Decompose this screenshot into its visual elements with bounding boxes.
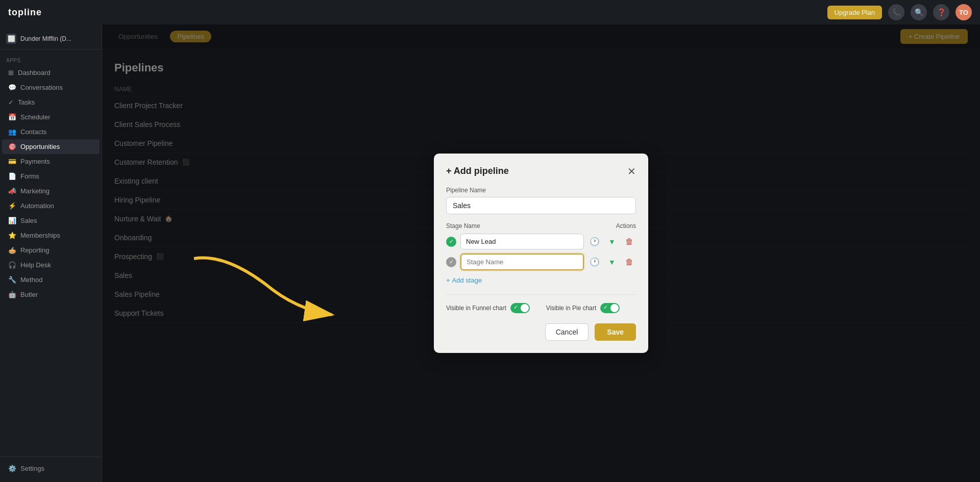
sidebar-item-forms[interactable]: 📄 Forms bbox=[2, 169, 100, 184]
sidebar-label-opportunities: Opportunities bbox=[20, 143, 60, 150]
help-desk-icon: 🎧 bbox=[8, 261, 16, 269]
actions-col-label: Actions bbox=[616, 222, 636, 230]
sidebar-label-automation: Automation bbox=[20, 202, 54, 210]
sidebar-label-payments: Payments bbox=[20, 158, 50, 165]
sidebar-item-method[interactable]: 🔧 Method bbox=[2, 272, 100, 287]
modal-overlay[interactable]: + Add pipeline ✕ Pipeline Name Stage Nam… bbox=[102, 24, 980, 482]
add-stage-label: Add stage bbox=[452, 276, 482, 284]
phone-icon[interactable]: 📞 bbox=[888, 4, 904, 20]
stage-name-col-label: Stage Name bbox=[446, 222, 480, 230]
arrow-annotation bbox=[184, 243, 378, 345]
sidebar-label-method: Method bbox=[20, 276, 42, 284]
help-icon[interactable]: ❓ bbox=[933, 4, 949, 20]
apps-section-label: Apps bbox=[0, 54, 102, 65]
stage-clock-button-1[interactable]: 🕐 bbox=[588, 235, 601, 248]
delete-icon-2: 🗑 bbox=[625, 258, 633, 267]
stage-filter-button-1[interactable]: ▼ bbox=[605, 235, 619, 248]
funnel-chart-toggle[interactable]: ✓ bbox=[510, 303, 530, 313]
modal-footer: Cancel Save bbox=[446, 323, 636, 341]
app-logo: topline bbox=[8, 7, 42, 18]
modal-title: + Add pipeline bbox=[446, 166, 509, 176]
method-icon: 🔧 bbox=[8, 276, 16, 284]
automation-icon: ⚡ bbox=[8, 202, 16, 210]
top-navigation: topline Upgrade Plan 📞 🔍 ❓ TO bbox=[0, 0, 980, 24]
search-icon[interactable]: 🔍 bbox=[911, 4, 927, 20]
sidebar-label-sales: Sales bbox=[20, 217, 37, 224]
forms-icon: 📄 bbox=[8, 172, 16, 180]
sidebar-item-sales[interactable]: 📊 Sales bbox=[2, 213, 100, 228]
workspace-selector[interactable]: ⬜ Dunder Mifflin (D... bbox=[0, 31, 102, 49]
sidebar-item-butler[interactable]: 🤖 Butler bbox=[2, 287, 100, 302]
avatar[interactable]: TO bbox=[955, 4, 972, 20]
stage-check-icon-2: ✓ bbox=[446, 257, 456, 267]
add-stage-button[interactable]: + Add stage bbox=[446, 274, 482, 286]
scheduler-icon: 📅 bbox=[8, 113, 16, 121]
modal-close-button[interactable]: ✕ bbox=[627, 166, 636, 176]
cancel-button[interactable]: Cancel bbox=[545, 323, 589, 341]
stage-name-input-1[interactable] bbox=[460, 234, 584, 249]
sidebar-label-help-desk: Help Desk bbox=[20, 261, 51, 269]
sidebar-label-conversations: Conversations bbox=[20, 84, 63, 91]
pie-chart-toggle[interactable]: ✓ bbox=[600, 303, 620, 313]
sidebar-item-settings[interactable]: ⚙️ Settings bbox=[2, 461, 100, 476]
stage-clock-button-2[interactable]: 🕐 bbox=[588, 256, 601, 269]
stage-delete-button-1[interactable]: 🗑 bbox=[623, 235, 636, 248]
main-layout: ⬜ Dunder Mifflin (D... Apps ⊞ Dashboard … bbox=[0, 24, 980, 482]
sidebar-label-forms: Forms bbox=[20, 172, 39, 180]
save-button[interactable]: Save bbox=[595, 323, 636, 341]
modal-toggles: Visible in Funnel chart ✓ Visible in Pie… bbox=[446, 294, 636, 313]
sidebar-item-contacts[interactable]: 👥 Contacts bbox=[2, 124, 100, 139]
opportunities-icon: 🎯 bbox=[8, 143, 16, 150]
sidebar-label-memberships: Memberships bbox=[20, 232, 60, 239]
stage-check-icon: ✓ bbox=[446, 237, 456, 247]
stage-delete-button-2[interactable]: 🗑 bbox=[623, 256, 636, 269]
sidebar-label-dashboard: Dashboard bbox=[18, 69, 51, 77]
dashboard-icon: ⊞ bbox=[8, 69, 14, 77]
pipeline-name-input[interactable] bbox=[446, 197, 636, 214]
upgrade-button[interactable]: Upgrade Plan bbox=[827, 6, 883, 19]
sidebar-item-opportunities[interactable]: 🎯 Opportunities bbox=[2, 139, 100, 154]
sidebar-item-help-desk[interactable]: 🎧 Help Desk bbox=[2, 258, 100, 272]
stage-row-1: ✓ 🕐 ▼ 🗑 bbox=[446, 234, 636, 249]
memberships-icon: ⭐ bbox=[8, 232, 16, 239]
workspace-icon: ⬜ bbox=[6, 34, 16, 44]
payments-icon: 💳 bbox=[8, 158, 16, 165]
sidebar-label-reporting: Reporting bbox=[20, 246, 49, 254]
clock-icon-2: 🕐 bbox=[590, 257, 600, 267]
sidebar-label-tasks: Tasks bbox=[18, 98, 35, 106]
funnel-chart-label: Visible in Funnel chart bbox=[446, 305, 506, 312]
sales-icon: 📊 bbox=[8, 217, 16, 224]
stage-filter-button-2[interactable]: ▼ bbox=[605, 256, 619, 269]
sidebar-item-scheduler[interactable]: 📅 Scheduler bbox=[2, 110, 100, 124]
sidebar-label-butler: Butler bbox=[20, 291, 38, 298]
marketing-icon: 📣 bbox=[8, 187, 16, 195]
pie-chart-toggle-group: Visible in Pie chart ✓ bbox=[546, 303, 620, 313]
settings-icon: ⚙️ bbox=[8, 465, 16, 472]
butler-icon: 🤖 bbox=[8, 291, 16, 298]
contacts-icon: 👥 bbox=[8, 128, 16, 136]
sidebar-item-tasks[interactable]: ✓ Tasks bbox=[2, 95, 100, 110]
sidebar-item-payments[interactable]: 💳 Payments bbox=[2, 154, 100, 169]
reporting-icon: 🥧 bbox=[8, 246, 16, 254]
filter-icon-2: ▼ bbox=[608, 258, 616, 266]
modal-header: + Add pipeline ✕ bbox=[446, 166, 636, 176]
plus-icon: + bbox=[446, 276, 450, 284]
filter-icon: ▼ bbox=[608, 238, 616, 246]
sidebar-label-contacts: Contacts bbox=[20, 128, 46, 136]
delete-icon: 🗑 bbox=[625, 237, 633, 246]
sidebar-item-conversations[interactable]: 💬 Conversations bbox=[2, 80, 100, 95]
sidebar-label-settings: Settings bbox=[20, 465, 44, 472]
sidebar-item-automation[interactable]: ⚡ Automation bbox=[2, 198, 100, 213]
conversations-icon: 💬 bbox=[8, 84, 16, 91]
sidebar-item-memberships[interactable]: ⭐ Memberships bbox=[2, 228, 100, 243]
sidebar-item-reporting[interactable]: 🥧 Reporting bbox=[2, 243, 100, 258]
funnel-chart-toggle-group: Visible in Funnel chart ✓ bbox=[446, 303, 530, 313]
sidebar-item-dashboard[interactable]: ⊞ Dashboard bbox=[2, 65, 100, 80]
sidebar: ⬜ Dunder Mifflin (D... Apps ⊞ Dashboard … bbox=[0, 24, 102, 482]
main-content: Opportunities Pipelines + Create Pipelin… bbox=[102, 24, 980, 482]
stage-name-input-2[interactable] bbox=[460, 253, 584, 270]
sidebar-item-marketing[interactable]: 📣 Marketing bbox=[2, 184, 100, 198]
tasks-icon: ✓ bbox=[8, 98, 14, 106]
add-pipeline-modal: + Add pipeline ✕ Pipeline Name Stage Nam… bbox=[434, 154, 648, 353]
clock-icon: 🕐 bbox=[590, 237, 600, 246]
